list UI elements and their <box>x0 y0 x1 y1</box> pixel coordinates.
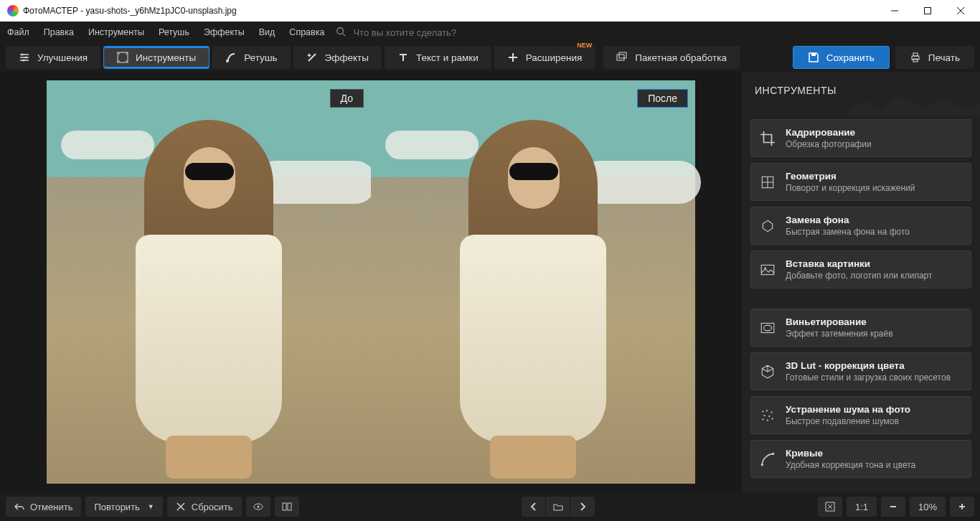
save-button[interactable]: Сохранить <box>793 46 890 69</box>
tool-vignette[interactable]: ВиньетированиеЭффект затемнения краёв <box>750 309 971 347</box>
before-image <box>47 80 371 484</box>
tab-tools[interactable]: Инструменты <box>103 46 209 69</box>
print-button[interactable]: Печать <box>895 46 974 69</box>
crop-icon <box>760 131 776 146</box>
redo-button[interactable]: Повторить▼ <box>85 497 162 517</box>
menu-help[interactable]: Справка <box>282 22 331 43</box>
chevron-down-icon: ▼ <box>148 503 154 510</box>
svg-point-25 <box>772 418 773 419</box>
svg-rect-7 <box>617 55 624 60</box>
noise-icon <box>760 408 776 423</box>
tool-title: Замена фона <box>786 215 910 225</box>
tab-retouch[interactable]: Ретушь <box>212 46 290 69</box>
titlebar: ФотоМАСТЕР - yasu-shots-_y6hMz1pJC0-unsp… <box>0 0 980 22</box>
cube-icon <box>760 364 776 380</box>
after-image-box: После <box>371 80 695 484</box>
prev-file-button[interactable] <box>522 497 546 517</box>
menu-tools[interactable]: Инструменты <box>81 22 151 43</box>
tab-extensions-label: Расширения <box>526 52 583 63</box>
zoom-out-button[interactable] <box>881 497 905 517</box>
reset-button[interactable]: Сбросить <box>167 497 242 517</box>
print-label: Печать <box>928 52 960 63</box>
svg-point-18 <box>762 410 763 412</box>
svg-point-6 <box>226 60 229 62</box>
tab-enhance[interactable]: Улучшения <box>6 46 100 69</box>
zoom-level[interactable]: 10% <box>910 497 946 517</box>
tool-crop[interactable]: КадрированиеОбрезка фотографии <box>750 119 971 157</box>
tool-title: Виньетирование <box>786 316 893 327</box>
tools-list: КадрированиеОбрезка фотографии Геометрия… <box>742 112 980 485</box>
tool-title: Кривые <box>786 448 915 459</box>
next-file-button[interactable] <box>570 497 595 517</box>
svg-point-27 <box>772 452 774 454</box>
background-icon <box>760 218 776 234</box>
compare-button[interactable] <box>275 497 299 517</box>
svg-point-17 <box>764 325 772 331</box>
tool-sub: Добавьте фото, логотип или клипарт <box>786 271 933 281</box>
maximize-button[interactable] <box>911 0 944 22</box>
svg-point-24 <box>767 419 768 421</box>
menu-retouch[interactable]: Ретушь <box>151 22 197 43</box>
tab-tools-label: Инструменты <box>136 52 196 63</box>
panel-header: ИНСТРУМЕНТЫ <box>742 72 980 112</box>
before-label: До <box>330 89 364 108</box>
svg-point-1 <box>337 27 344 34</box>
redo-label: Повторить <box>94 502 139 512</box>
geometry-icon <box>760 174 776 190</box>
svg-rect-8 <box>619 52 626 58</box>
window-title: ФотоМАСТЕР - yasu-shots-_y6hMz1pJC0-unsp… <box>23 6 878 16</box>
actual-size-button[interactable]: 1:1 <box>847 497 877 517</box>
menu-file[interactable]: Файл <box>0 22 37 43</box>
tool-insert-image[interactable]: Вставка картинкиДобавьте фото, логотип и… <box>750 250 971 288</box>
tool-sub: Быстрое подавление шумов <box>786 416 910 426</box>
open-folder-button[interactable] <box>546 497 570 517</box>
after-label: После <box>637 89 688 108</box>
canvas[interactable]: До После <box>0 72 742 492</box>
tool-title: Вставка картинки <box>786 258 933 269</box>
svg-point-23 <box>762 418 763 420</box>
tool-3dlut[interactable]: 3D Lut - коррекция цветаГотовые стили и … <box>750 352 971 390</box>
undo-button[interactable]: Отменить <box>6 497 81 517</box>
after-image <box>371 80 695 484</box>
tool-title: Геометрия <box>786 171 915 182</box>
svg-rect-9 <box>811 53 816 56</box>
menu-edit[interactable]: Правка <box>37 22 81 43</box>
tool-sub: Удобная коррекция тона и цвета <box>786 460 915 470</box>
tool-title: 3D Lut - коррекция цвета <box>786 360 951 371</box>
view-toggle-button[interactable] <box>246 497 270 517</box>
app-logo <box>7 5 19 17</box>
vignette-icon <box>760 320 776 336</box>
fit-screen-button[interactable] <box>818 497 842 517</box>
svg-point-3 <box>25 57 27 59</box>
svg-rect-11 <box>913 53 918 56</box>
minimize-button[interactable] <box>878 0 911 22</box>
tab-effects-label: Эффекты <box>325 52 369 63</box>
tab-effects[interactable]: Эффекты <box>293 46 382 69</box>
menu-effects[interactable]: Эффекты <box>197 22 252 43</box>
batch-label: Пакетная обработка <box>635 52 727 63</box>
svg-point-4 <box>23 60 25 62</box>
search-input[interactable] <box>352 27 495 39</box>
tool-background[interactable]: Замена фонаБыстрая замена фона на фото <box>750 207 971 245</box>
menu-view[interactable]: Вид <box>252 22 283 43</box>
tab-text[interactable]: Текст и рамки <box>385 46 491 69</box>
bottom-bar: Отменить Повторить▼ Сбросить 1:1 10% <box>0 492 980 521</box>
svg-point-29 <box>257 506 259 508</box>
file-nav-group <box>522 497 595 517</box>
zoom-value: 10% <box>918 502 937 512</box>
toolbar: Улучшения Инструменты Ретушь Эффекты Тек… <box>0 43 980 72</box>
tool-geometry[interactable]: ГеометрияПоворот и коррекция искажений <box>750 163 971 201</box>
curves-icon <box>760 451 776 467</box>
batch-button[interactable]: Пакетная обработка <box>603 46 740 69</box>
save-label: Сохранить <box>826 52 875 63</box>
svg-point-26 <box>761 464 763 466</box>
before-image-box: До <box>47 80 371 484</box>
tool-title: Кадрирование <box>786 127 872 138</box>
tool-sub: Готовые стили и загрузка своих пресетов <box>786 372 951 382</box>
tool-curves[interactable]: КривыеУдобная коррекция тона и цвета <box>750 440 971 478</box>
tool-denoise[interactable]: Устранение шума на фотоБыстрое подавлени… <box>750 396 971 434</box>
close-button[interactable] <box>944 0 977 22</box>
tab-extensions[interactable]: NEW Расширения <box>494 46 595 69</box>
tab-text-label: Текст и рамки <box>416 52 479 63</box>
zoom-in-button[interactable] <box>950 497 974 517</box>
